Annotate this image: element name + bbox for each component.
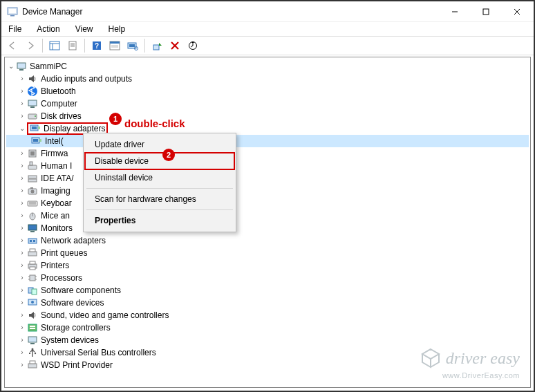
tree-node-software-components[interactable]: › Software components [6,284,529,297]
app-icon [7,6,18,17]
menu-action[interactable]: Action [34,24,62,35]
ctx-separator [86,209,233,210]
storage-icon [27,322,38,333]
ctx-disable-device[interactable]: Disable device [85,153,234,169]
help-button[interactable]: ? [88,38,105,53]
tree-node-usb-controllers[interactable]: › Universal Serial Bus controllers [6,346,529,359]
maximize-button[interactable] [470,2,501,21]
printer-icon [27,260,38,271]
software-component-icon [27,285,38,296]
expander-icon[interactable]: › [17,97,27,110]
sound-icon [27,310,38,321]
tree-node-disk-drives[interactable]: › Disk drives [6,110,529,122]
ctx-uninstall-device[interactable]: Uninstall device [85,169,234,186]
tree-node-software-devices[interactable]: › Software devices [6,297,529,309]
forward-button[interactable] [22,38,39,53]
tree-node-print-queues[interactable]: › Print queues [6,247,529,259]
svg-rect-39 [39,139,41,142]
system-device-icon [27,335,38,346]
expander-icon[interactable]: › [17,297,27,309]
tree-root[interactable]: ⌄ SammiPC [6,60,529,73]
expander-icon[interactable]: › [17,147,27,160]
mouse-icon [27,210,38,221]
expander-icon[interactable]: › [17,259,27,272]
svg-rect-2 [10,15,15,17]
expander-icon[interactable]: › [17,346,27,359]
expander-icon[interactable]: › [17,284,27,297]
expander-icon[interactable]: › [17,234,27,247]
back-button[interactable] [4,38,21,53]
uninstall-device-button[interactable] [167,38,183,53]
expander-icon[interactable]: › [17,209,27,222]
svg-rect-42 [28,165,37,169]
computer-icon [27,98,38,109]
ctx-update-driver[interactable]: Update driver [85,136,234,153]
tree-node-computer[interactable]: › Computer [6,97,529,110]
svg-point-33 [35,115,36,117]
tree-node-processors[interactable]: › Processors [6,272,529,284]
svg-rect-10 [69,41,76,50]
computer-icon [16,61,27,72]
svg-rect-60 [30,249,35,252]
ctx-properties[interactable]: Properties [85,212,234,229]
expander-icon[interactable]: › [17,321,27,334]
svg-rect-64 [30,275,35,281]
expander-icon[interactable]: › [17,272,27,284]
show-hidden-button[interactable] [46,38,63,53]
svg-rect-35 [32,127,37,129]
expander-icon[interactable]: › [17,160,27,172]
minimize-button[interactable] [439,2,470,21]
expander-icon[interactable]: › [17,73,27,85]
svg-rect-56 [28,239,37,243]
expander-icon[interactable]: ⌄ [17,122,27,135]
svg-rect-7 [50,41,59,50]
expander-icon[interactable]: › [17,172,27,185]
expander-icon[interactable]: › [17,247,27,259]
expander-icon[interactable]: › [17,85,27,97]
svg-rect-21 [129,44,135,47]
monitor-icon [27,223,38,234]
enable-device-button[interactable] [149,38,165,53]
scan-hardware-button[interactable] [124,38,141,53]
audio-icon [27,73,38,84]
tree-node-storage-controllers[interactable]: › Storage controllers [6,321,529,334]
expander-icon[interactable]: › [17,334,27,346]
window-controls [439,2,532,21]
svg-point-47 [31,190,35,194]
svg-rect-77 [30,343,35,344]
expander-icon[interactable]: › [17,359,27,371]
expander-icon[interactable]: › [17,309,27,321]
bluetooth-icon [27,86,38,97]
update-driver-button[interactable] [185,38,201,53]
expander-icon[interactable]: › [17,222,27,234]
close-button[interactable] [501,2,532,21]
svg-rect-44 [28,176,37,178]
options-button[interactable] [106,38,123,53]
svg-rect-57 [30,240,32,242]
tree-node-system-devices[interactable]: › System devices [6,334,529,346]
svg-rect-76 [28,337,37,342]
ctx-scan-hardware[interactable]: Scan for hardware changes [85,191,234,207]
expander-icon[interactable]: ⌄ [6,60,16,73]
annotation-badge-1: 1 [109,113,122,125]
svg-rect-30 [28,100,37,106]
svg-rect-55 [30,231,35,232]
tree-node-audio[interactable]: › Audio inputs and outputs [6,73,529,85]
properties-sheet-button[interactable] [64,38,81,53]
expander-icon[interactable]: › [17,110,27,122]
toolbar-separator [42,39,43,53]
keyboard-icon [27,198,38,209]
svg-rect-62 [30,261,35,264]
menu-view[interactable]: View [73,24,96,35]
tree-node-bluetooth[interactable]: › Bluetooth [6,85,529,97]
tree-node-printers[interactable]: › Printers [6,259,529,272]
tree-node-network[interactable]: › Network adapters [6,234,529,247]
tree-node-sound-video-game[interactable]: › Sound, video and game controllers [6,309,529,321]
tree-node-wsd-print-provider[interactable]: › WSD Print Provider [6,359,529,371]
firmware-icon [27,148,38,159]
menu-help[interactable]: Help [106,24,129,35]
expander-icon[interactable]: › [17,197,27,209]
ide-icon [27,173,38,184]
menu-file[interactable]: File [6,24,24,35]
expander-icon[interactable]: › [17,185,27,197]
